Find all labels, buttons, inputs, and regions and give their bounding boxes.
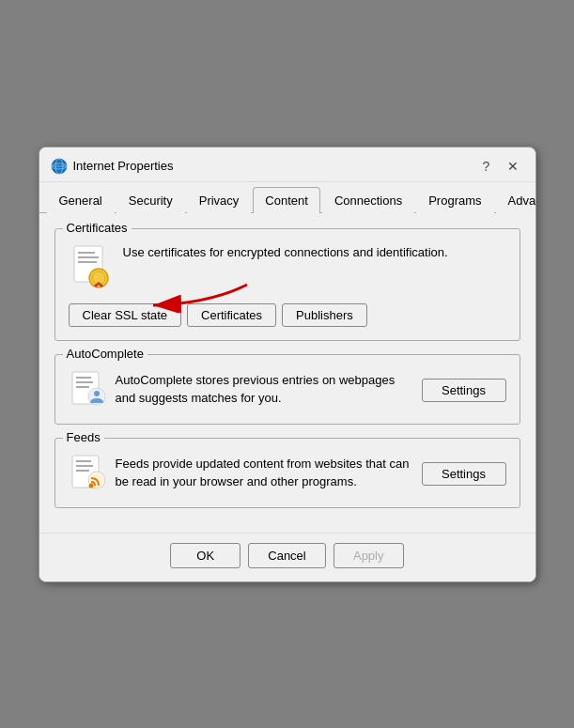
window-title: Internet Properties	[73, 159, 174, 173]
tab-privacy[interactable]: Privacy	[187, 187, 252, 213]
svg-point-23	[88, 483, 93, 488]
tab-bar: General Security Privacy Content Connect…	[39, 182, 535, 213]
svg-rect-21	[76, 470, 89, 472]
certificates-group: Certificates	[54, 228, 520, 341]
cert-buttons-row: Clear SSL state Certificates Publishers	[69, 303, 506, 327]
ok-button[interactable]: OK	[170, 543, 240, 568]
certificates-button[interactable]: Certificates	[187, 303, 276, 327]
feeds-label: Feeds	[63, 430, 104, 444]
autocomplete-icon	[69, 370, 106, 410]
tab-security[interactable]: Security	[116, 187, 185, 213]
apply-button[interactable]: Apply	[334, 543, 404, 568]
autocomplete-description: AutoComplete stores previous entries on …	[116, 372, 412, 408]
autocomplete-settings-button[interactable]: Settings	[422, 379, 506, 402]
feeds-description: Feeds provide updated content from websi…	[116, 456, 412, 491]
title-bar: Internet Properties ? ✕	[39, 147, 535, 182]
autocomplete-label: AutoComplete	[63, 347, 147, 361]
svg-rect-20	[76, 465, 93, 467]
svg-rect-13	[76, 377, 91, 379]
close-button[interactable]: ✕	[502, 155, 524, 178]
feeds-group: Feeds Feeds provide	[54, 438, 520, 508]
svg-rect-14	[76, 381, 93, 383]
window-icon	[51, 158, 68, 175]
tab-general[interactable]: General	[47, 187, 115, 213]
certificates-label: Certificates	[63, 221, 132, 235]
svg-rect-6	[78, 256, 99, 258]
help-button[interactable]: ?	[475, 155, 498, 178]
svg-rect-7	[78, 261, 97, 263]
svg-point-17	[94, 391, 100, 396]
tab-content[interactable]: Content	[253, 187, 320, 213]
tab-programs[interactable]: Programs	[416, 187, 493, 213]
svg-rect-5	[78, 252, 95, 254]
tab-connections[interactable]: Connections	[322, 187, 414, 213]
publishers-button[interactable]: Publishers	[282, 303, 367, 327]
internet-properties-window: Internet Properties ? ✕ General Security…	[39, 147, 536, 582]
feeds-settings-button[interactable]: Settings	[422, 462, 506, 486]
svg-rect-15	[76, 386, 89, 388]
clear-ssl-button[interactable]: Clear SSL state	[69, 303, 182, 327]
certificates-description: Use certificates for encrypted connectio…	[123, 244, 448, 261]
certificate-icon	[69, 244, 114, 292]
tab-advanced[interactable]: Advanced	[496, 187, 536, 213]
cancel-button[interactable]: Cancel	[248, 543, 325, 568]
autocomplete-group: AutoComplete AutoComplete stores	[54, 354, 520, 425]
svg-rect-19	[76, 460, 91, 462]
feeds-icon	[69, 454, 106, 494]
content-area: Certificates	[39, 213, 535, 533]
footer: OK Cancel Apply	[39, 533, 535, 581]
